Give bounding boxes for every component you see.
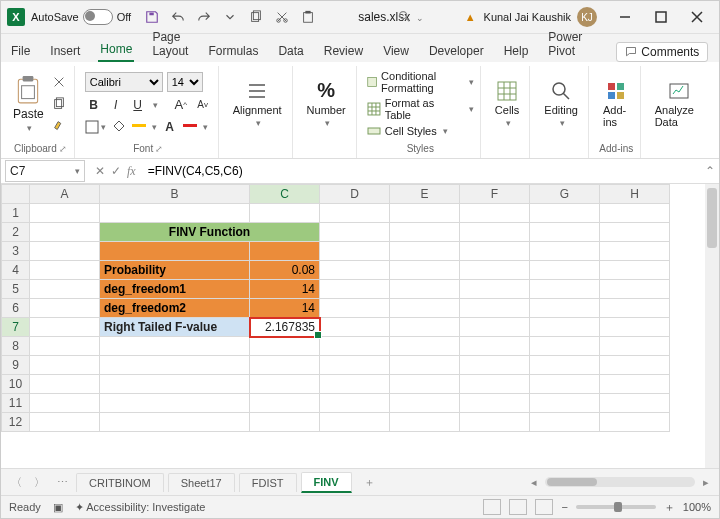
tab-insert[interactable]: Insert <box>48 40 82 62</box>
analyze-data-button[interactable]: Analyze Data <box>651 80 707 128</box>
addins-button[interactable]: Add-ins <box>599 80 634 128</box>
col-F[interactable]: F <box>460 185 530 204</box>
sheet-tab-finv[interactable]: FINV <box>301 472 352 493</box>
avatar[interactable]: KJ <box>577 7 597 27</box>
row-9[interactable]: 9 <box>2 356 30 375</box>
add-sheet-button[interactable]: ＋ <box>356 475 383 490</box>
accessibility-status[interactable]: ✦ Accessibility: Investigate <box>75 501 206 514</box>
search-icon[interactable] <box>397 9 411 26</box>
copy-qat-icon[interactable] <box>247 8 265 26</box>
cells-button[interactable]: Cells▾ <box>491 80 523 128</box>
col-C[interactable]: C <box>250 185 320 204</box>
row-3[interactable]: 3 <box>2 242 30 261</box>
zoom-level[interactable]: 100% <box>683 501 711 513</box>
underline-button[interactable]: U <box>129 96 147 114</box>
undo-icon[interactable] <box>169 8 187 26</box>
row-6[interactable]: 6 <box>2 299 30 318</box>
shrink-font-button[interactable]: Av <box>194 96 212 114</box>
row-10[interactable]: 10 <box>2 375 30 394</box>
save-icon[interactable] <box>143 8 161 26</box>
grow-font-button[interactable]: A^ <box>172 96 190 114</box>
row-11[interactable]: 11 <box>2 394 30 413</box>
tab-data[interactable]: Data <box>276 40 305 62</box>
format-painter-icon[interactable] <box>50 117 68 135</box>
copy-icon[interactable] <box>50 95 68 113</box>
name-box[interactable]: C7▾ <box>5 160 85 182</box>
font-dialog-launcher-icon[interactable]: ⤢ <box>155 144 163 154</box>
sheet-nav-next-icon[interactable]: 〉 <box>30 475 49 490</box>
cut-qat-icon[interactable] <box>273 8 291 26</box>
row-12[interactable]: 12 <box>2 413 30 432</box>
row-2[interactable]: 2 <box>2 223 30 242</box>
formula-input[interactable] <box>142 161 701 181</box>
row-5[interactable]: 5 <box>2 280 30 299</box>
col-E[interactable]: E <box>390 185 460 204</box>
zoom-slider[interactable] <box>576 505 656 509</box>
conditional-formatting-button[interactable]: Conditional Formatting▾ <box>367 70 474 94</box>
sheet-tab-sheet17[interactable]: Sheet17 <box>168 473 235 492</box>
col-D[interactable]: D <box>320 185 390 204</box>
cell-B4[interactable]: Probability <box>100 261 250 280</box>
col-G[interactable]: G <box>530 185 600 204</box>
cell-C5[interactable]: 14 <box>250 280 320 299</box>
cancel-formula-icon[interactable]: ✕ <box>95 164 105 178</box>
qat-more-icon[interactable] <box>221 8 239 26</box>
tab-page-layout[interactable]: Page Layout <box>150 26 190 62</box>
paste-qat-icon[interactable] <box>299 8 317 26</box>
font-color-button[interactable]: A <box>161 118 179 136</box>
alignment-button[interactable]: Alignment▾ <box>229 80 286 128</box>
close-button[interactable] <box>681 5 713 29</box>
cell-C3[interactable] <box>250 242 320 261</box>
col-H[interactable]: H <box>600 185 670 204</box>
vertical-scrollbar[interactable] <box>705 184 719 468</box>
cell-C7-selected[interactable]: 2.167835 <box>250 318 320 337</box>
autosave-toggle[interactable] <box>83 9 113 25</box>
cell-C4[interactable]: 0.08 <box>250 261 320 280</box>
cell-B6[interactable]: deg_freedom2 <box>100 299 250 318</box>
zoom-out-button[interactable]: − <box>561 501 567 513</box>
cell-B7[interactable]: Right Tailed F-value <box>100 318 250 337</box>
comments-button[interactable]: Comments <box>616 42 708 62</box>
border-button[interactable]: ▾ <box>85 118 106 136</box>
normal-view-icon[interactable] <box>483 499 501 515</box>
worksheet[interactable]: A B C D E F G H 1 2FINV Function 3 4Prob… <box>1 184 719 468</box>
font-name-select[interactable]: Calibri <box>85 72 163 92</box>
horizontal-scrollbar[interactable]: ◂▸ <box>387 476 713 489</box>
tab-formulas[interactable]: Formulas <box>206 40 260 62</box>
select-all-corner[interactable] <box>2 185 30 204</box>
user-area[interactable]: ▲ Kunal Jai Kaushik KJ <box>465 7 597 27</box>
tab-developer[interactable]: Developer <box>427 40 486 62</box>
minimize-button[interactable] <box>609 5 641 29</box>
grid[interactable]: A B C D E F G H 1 2FINV Function 3 4Prob… <box>1 184 670 432</box>
expand-formula-bar-icon[interactable]: ⌃ <box>701 164 719 178</box>
paste-button[interactable]: Paste▾ <box>13 75 44 133</box>
enter-formula-icon[interactable]: ✓ <box>111 164 121 178</box>
col-B[interactable]: B <box>100 185 250 204</box>
col-A[interactable]: A <box>30 185 100 204</box>
zoom-in-button[interactable]: ＋ <box>664 500 675 515</box>
fill-color-button[interactable] <box>110 118 128 136</box>
sheet-tab-critbinom[interactable]: CRITBINOM <box>76 473 164 492</box>
row-7[interactable]: 7 <box>2 318 30 337</box>
cell-B2C2-title[interactable]: FINV Function <box>100 223 320 242</box>
redo-icon[interactable] <box>195 8 213 26</box>
fx-icon[interactable]: fx <box>127 164 136 179</box>
cell-C6[interactable]: 14 <box>250 299 320 318</box>
tab-view[interactable]: View <box>381 40 411 62</box>
editing-button[interactable]: Editing▾ <box>540 80 582 128</box>
row-8[interactable]: 8 <box>2 337 30 356</box>
tab-home[interactable]: Home <box>98 38 134 62</box>
row-1[interactable]: 1 <box>2 204 30 223</box>
cell-styles-button[interactable]: Cell Styles▾ <box>367 124 474 138</box>
cut-icon[interactable] <box>50 73 68 91</box>
page-layout-view-icon[interactable] <box>509 499 527 515</box>
tab-file[interactable]: File <box>9 40 32 62</box>
number-format-button[interactable]: % Number▾ <box>303 79 350 128</box>
cell-B3[interactable] <box>100 242 250 261</box>
tab-power-pivot[interactable]: Power Pivot <box>546 26 584 62</box>
tab-review[interactable]: Review <box>322 40 365 62</box>
cell-B5[interactable]: deg_freedom1 <box>100 280 250 299</box>
macro-record-icon[interactable]: ▣ <box>53 501 63 514</box>
sheet-tab-fdist[interactable]: FDIST <box>239 473 297 492</box>
page-break-view-icon[interactable] <box>535 499 553 515</box>
